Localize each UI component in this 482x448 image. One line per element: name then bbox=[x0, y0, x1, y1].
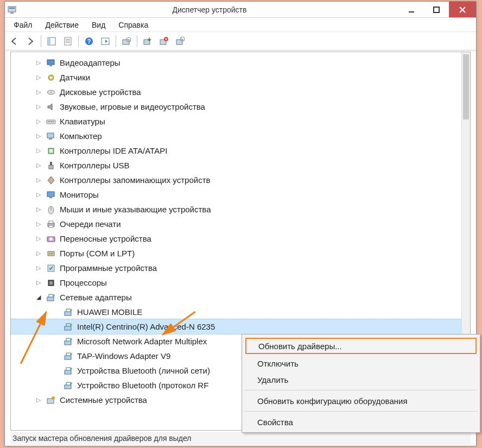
svg-rect-2 bbox=[10, 12, 14, 14]
tree-category-cpu[interactable]: ▷Процессоры bbox=[11, 275, 461, 290]
svg-rect-8 bbox=[66, 39, 70, 40]
expand-icon[interactable]: ▷ bbox=[35, 59, 42, 66]
disable-button[interactable] bbox=[173, 34, 187, 48]
svg-rect-37 bbox=[49, 165, 53, 169]
tree-category-display[interactable]: ▷Видеоадаптеры bbox=[11, 55, 461, 70]
tree-category-portable[interactable]: ▷Переносные устройства bbox=[11, 231, 461, 246]
tree-category-network[interactable]: ◢Сетевые адаптеры bbox=[11, 290, 461, 305]
svg-point-66 bbox=[70, 382, 72, 384]
tree-label: Контроллеры запоминающих устройств bbox=[60, 175, 210, 185]
svg-rect-10 bbox=[66, 42, 70, 43]
tree-category-audio[interactable]: ▷Звуковые, игровые и видеоустройства bbox=[11, 99, 461, 114]
uninstall-button[interactable] bbox=[157, 34, 171, 48]
tree-item-network-1[interactable]: Intel(R) Centrino(R) Advanced-N 6235 bbox=[11, 319, 461, 334]
tree-category-printq[interactable]: ▷Очереди печати bbox=[11, 217, 461, 231]
show-hide-button[interactable] bbox=[45, 34, 59, 48]
tree-label: Устройство Bluetooth (протокол RF bbox=[77, 381, 208, 390]
maximize-button[interactable] bbox=[424, 2, 449, 17]
net-icon bbox=[63, 365, 74, 376]
tree-category-keyboard[interactable]: ▷Клавиатуры bbox=[11, 114, 461, 129]
update-driver-button[interactable] bbox=[141, 34, 155, 48]
svg-point-60 bbox=[70, 338, 72, 340]
context-menu-item[interactable]: Обновить конфигурацию оборудования bbox=[243, 393, 479, 409]
tree-label: Мыши и иные указывающие устройства bbox=[60, 205, 211, 214]
expand-icon[interactable]: ▷ bbox=[35, 220, 42, 228]
statusbar: Запуск мастера обновления драйверов для … bbox=[10, 432, 471, 445]
sensor-icon bbox=[46, 72, 56, 83]
drive-icon bbox=[46, 87, 56, 98]
expand-icon[interactable]: ▷ bbox=[35, 206, 42, 213]
tree-category-mice[interactable]: ▷Мыши и иные указывающие устройства bbox=[11, 202, 461, 217]
tree-category-monitors[interactable]: ▷Мониторы bbox=[11, 187, 461, 202]
svg-point-58 bbox=[70, 324, 72, 326]
svg-rect-1 bbox=[9, 8, 15, 9]
expand-icon[interactable]: ▷ bbox=[35, 103, 42, 110]
context-menu-item[interactable]: Отключить bbox=[243, 355, 479, 371]
svg-rect-29 bbox=[49, 121, 50, 122]
scrollbar-thumb[interactable] bbox=[463, 54, 469, 119]
printer-icon bbox=[46, 219, 56, 230]
menu-action[interactable]: Действие bbox=[39, 19, 85, 31]
tree-label: Переносные устройства bbox=[60, 234, 151, 243]
expand-icon[interactable]: ▷ bbox=[35, 132, 42, 140]
expand-icon[interactable]: ▷ bbox=[35, 118, 42, 125]
svg-point-46 bbox=[49, 237, 53, 241]
app-icon bbox=[5, 2, 20, 17]
expand-icon[interactable]: ▷ bbox=[35, 264, 42, 272]
tree-label: HUAWEI MOBILE bbox=[77, 307, 142, 317]
menu-help[interactable]: Справка bbox=[112, 19, 155, 31]
expand-icon[interactable]: ▷ bbox=[35, 74, 42, 81]
cpu-icon bbox=[46, 277, 56, 288]
svg-rect-31 bbox=[53, 121, 54, 122]
tree-label: Процессоры bbox=[60, 278, 107, 287]
tree-label: Microsoft Network Adapter Multiplex bbox=[77, 337, 207, 346]
tree-category-storage[interactable]: ▷Контроллеры запоминающих устройств bbox=[11, 173, 461, 187]
tree-category-software[interactable]: ▷Программные устройства bbox=[11, 261, 461, 275]
expand-icon[interactable]: ▷ bbox=[35, 176, 42, 184]
svg-rect-52 bbox=[49, 281, 53, 285]
context-menu-item[interactable]: Обновить драйверы... bbox=[245, 338, 477, 354]
port-icon bbox=[46, 248, 56, 259]
context-menu-item[interactable]: Свойства bbox=[243, 414, 479, 430]
action-button[interactable] bbox=[98, 34, 112, 48]
context-menu-item[interactable]: Удалить bbox=[243, 371, 479, 388]
back-button[interactable] bbox=[7, 34, 21, 48]
svg-point-49 bbox=[52, 253, 53, 254]
tree-category-computer[interactable]: ▷Компьютер bbox=[11, 129, 461, 143]
menu-view[interactable]: Вид bbox=[85, 19, 112, 31]
menu-file[interactable]: Файл bbox=[7, 19, 39, 31]
help-button[interactable]: ? bbox=[82, 34, 96, 48]
close-button[interactable] bbox=[449, 2, 476, 17]
svg-point-26 bbox=[50, 92, 52, 93]
properties-button[interactable] bbox=[61, 34, 75, 48]
expand-icon[interactable]: ▷ bbox=[35, 279, 42, 286]
svg-point-48 bbox=[49, 253, 50, 254]
tree-category-dvd[interactable]: ▷Дисковые устройства bbox=[11, 85, 461, 99]
svg-rect-22 bbox=[49, 65, 52, 66]
display-icon bbox=[46, 58, 56, 68]
tree-label: Программные устройства bbox=[60, 263, 157, 273]
tree-category-usb[interactable]: ▷Контроллеры USB bbox=[11, 158, 461, 173]
tree-category-ports[interactable]: ▷Порты (COM и LPT) bbox=[11, 246, 461, 261]
svg-rect-63 bbox=[65, 370, 71, 374]
expand-icon[interactable]: ▷ bbox=[35, 250, 42, 257]
titlebar: Диспетчер устройств bbox=[5, 2, 476, 18]
tree-label: Звуковые, игровые и видеоустройства bbox=[60, 102, 205, 111]
minimize-button[interactable] bbox=[399, 2, 424, 17]
tree-item-network-0[interactable]: HUAWEI MOBILE bbox=[11, 305, 461, 319]
expand-icon[interactable]: ▷ bbox=[35, 89, 42, 96]
tree-category-sensors[interactable]: ▷Датчики bbox=[11, 70, 461, 85]
collapse-icon[interactable]: ◢ bbox=[35, 294, 42, 301]
tree-label: Клавиатуры bbox=[60, 117, 105, 126]
context-menu: Обновить драйверы...ОтключитьУдалитьОбно… bbox=[242, 334, 480, 433]
scan-button[interactable] bbox=[119, 34, 134, 48]
expand-icon[interactable]: ▷ bbox=[35, 396, 42, 403]
expand-icon[interactable]: ▷ bbox=[35, 235, 42, 242]
expand-icon[interactable]: ▷ bbox=[35, 191, 42, 198]
net-icon bbox=[63, 380, 74, 391]
expand-icon[interactable]: ▷ bbox=[35, 147, 42, 154]
tree-label: Порты (COM и LPT) bbox=[60, 249, 135, 258]
forward-button[interactable] bbox=[23, 34, 37, 48]
tree-category-ide[interactable]: ▷Контроллеры IDE ATA/ATAPI bbox=[11, 143, 461, 158]
expand-icon[interactable]: ▷ bbox=[35, 162, 42, 169]
